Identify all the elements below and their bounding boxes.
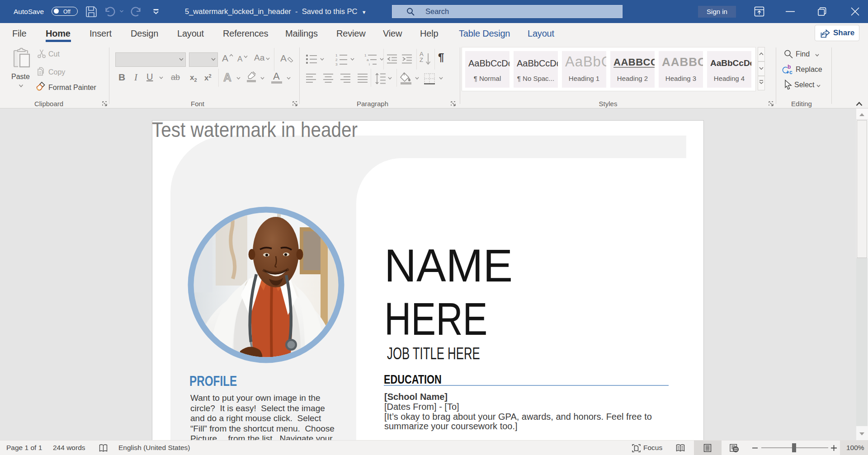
svg-text:a: a bbox=[367, 58, 369, 62]
svg-text:2: 2 bbox=[335, 58, 338, 62]
svg-text:1: 1 bbox=[335, 53, 338, 57]
svg-text:c: c bbox=[789, 69, 793, 75]
svg-text:i: i bbox=[369, 62, 370, 66]
svg-text:1: 1 bbox=[364, 53, 367, 57]
svg-text:3: 3 bbox=[335, 62, 338, 66]
